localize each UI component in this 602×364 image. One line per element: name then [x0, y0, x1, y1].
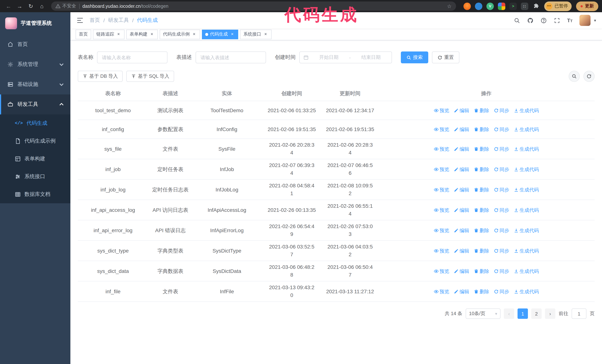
sync-link[interactable]: 同步 — [494, 125, 509, 133]
prev-page-button[interactable]: ‹ — [504, 308, 514, 319]
preview-link[interactable]: 预览 — [434, 288, 449, 295]
sidebar-item-dev-tools[interactable]: 研发工具 — [0, 94, 70, 114]
page-size-select[interactable]: 10条/页 ▾ — [466, 308, 501, 319]
import-db-button[interactable]: 基于 DB 导入 — [78, 71, 123, 82]
preview-link[interactable]: 预览 — [434, 125, 449, 133]
sync-link[interactable]: 同步 — [494, 145, 509, 153]
update-button[interactable]: 更新 — [576, 1, 598, 11]
address-bar[interactable]: 不安全 dashboard.yudao.iocoder.cn/tool/code… — [51, 1, 456, 11]
edit-link[interactable]: 编辑 — [454, 227, 469, 234]
close-icon[interactable]: × — [263, 32, 268, 37]
delete-link[interactable]: 删除 — [474, 206, 489, 214]
edit-link[interactable]: 编辑 — [454, 186, 469, 194]
breadcrumb-dev-tools[interactable]: 研发工具 — [108, 17, 129, 24]
caret-down-icon[interactable]: ▾ — [594, 18, 596, 23]
tab-code-generation[interactable]: 代码生成 × — [202, 30, 238, 39]
sync-link[interactable]: 同步 — [494, 165, 509, 173]
home-button[interactable]: ⌂ — [37, 1, 47, 11]
preview-link[interactable]: 预览 — [434, 227, 449, 234]
tab-home[interactable]: 首页 — [75, 30, 91, 39]
edit-link[interactable]: 编辑 — [454, 106, 469, 114]
delete-link[interactable]: 删除 — [474, 106, 489, 114]
sync-link[interactable]: 同步 — [494, 186, 509, 194]
preview-link[interactable]: 预览 — [434, 165, 449, 173]
close-icon[interactable]: × — [116, 32, 121, 37]
sidebar-item-form-builder[interactable]: 表单构建 — [0, 150, 70, 168]
generate-code-link[interactable]: 生成代码 — [514, 186, 539, 194]
sync-link[interactable]: 同步 — [494, 247, 509, 255]
generate-code-link[interactable]: 生成代码 — [514, 227, 539, 234]
reset-button[interactable]: 重置 — [432, 52, 459, 63]
app-logo[interactable]: 芋道管理系统 — [0, 12, 70, 34]
tab-system-interface[interactable]: 系统接口 × — [240, 30, 271, 39]
profile-chip[interactable]: 已暂停 — [544, 1, 572, 11]
edit-link[interactable]: 编辑 — [454, 206, 469, 214]
preview-link[interactable]: 预览 — [434, 267, 449, 275]
generate-code-link[interactable]: 生成代码 — [514, 145, 539, 153]
delete-link[interactable]: 删除 — [474, 145, 489, 153]
sidebar-item-code-generation[interactable]: </> 代码生成 — [0, 114, 70, 132]
extension-fox-icon[interactable] — [463, 2, 471, 10]
fullscreen-icon[interactable] — [554, 17, 560, 23]
delete-link[interactable]: 删除 — [474, 288, 489, 295]
tab-form-builder[interactable]: 表单构建 × — [126, 30, 158, 39]
generate-code-link[interactable]: 生成代码 — [514, 106, 539, 114]
generate-code-link[interactable]: 生成代码 — [514, 267, 539, 275]
delete-link[interactable]: 删除 — [474, 267, 489, 275]
sidebar-item-database-docs[interactable]: 数据库文档 — [0, 186, 70, 203]
forward-button[interactable]: → — [15, 1, 24, 11]
sidebar-item-home[interactable]: 首页 — [0, 34, 70, 54]
preview-link[interactable]: 预览 — [434, 206, 449, 214]
delete-link[interactable]: 删除 — [474, 125, 489, 133]
extension-terminal-icon[interactable]: > — [509, 2, 517, 10]
breadcrumb-home[interactable]: 首页 — [90, 17, 100, 24]
delete-link[interactable]: 删除 — [474, 186, 489, 194]
edit-link[interactable]: 编辑 — [454, 267, 469, 275]
bookmark-star-icon[interactable]: ☆ — [447, 3, 452, 9]
page-button-1[interactable]: 1 — [517, 308, 528, 319]
table-name-input[interactable] — [97, 52, 167, 63]
generate-code-link[interactable]: 生成代码 — [514, 247, 539, 255]
tab-codegen-example[interactable]: 代码生成示例 × — [160, 30, 200, 39]
tab-trace[interactable]: 链路追踪 × — [93, 30, 124, 39]
goto-page-input[interactable] — [572, 308, 586, 319]
toggle-search-button[interactable] — [569, 71, 580, 82]
extension-grid-icon[interactable] — [498, 2, 505, 10]
page-button-2[interactable]: 2 — [531, 308, 542, 319]
edit-link[interactable]: 编辑 — [454, 288, 469, 295]
sync-link[interactable]: 同步 — [494, 288, 509, 295]
preview-link[interactable]: 预览 — [434, 145, 449, 153]
sync-link[interactable]: 同步 — [494, 227, 509, 234]
preview-link[interactable]: 预览 — [434, 106, 449, 114]
edit-link[interactable]: 编辑 — [454, 145, 469, 153]
font-size-icon[interactable]: TT — [567, 17, 572, 23]
close-icon[interactable]: × — [230, 32, 235, 37]
delete-link[interactable]: 删除 — [474, 227, 489, 234]
extensions-puzzle-icon[interactable] — [532, 2, 540, 10]
edit-link[interactable]: 编辑 — [454, 165, 469, 173]
import-sql-button[interactable]: 基于 SQL 导入 — [127, 71, 174, 82]
delete-link[interactable]: 删除 — [474, 247, 489, 255]
back-button[interactable]: ← — [4, 1, 13, 11]
sync-link[interactable]: 同步 — [494, 267, 509, 275]
user-avatar[interactable] — [580, 15, 591, 26]
date-range-picker[interactable]: 开始日期 - 结束日期 — [299, 52, 392, 63]
extension-dark-icon[interactable]: :: — [521, 2, 528, 10]
sidebar-item-infrastructure[interactable]: 基础设施 — [0, 74, 70, 94]
generate-code-link[interactable]: 生成代码 — [514, 288, 539, 295]
close-icon[interactable]: × — [192, 32, 197, 37]
generate-code-link[interactable]: 生成代码 — [514, 125, 539, 133]
github-icon[interactable] — [527, 17, 533, 23]
table-desc-input[interactable] — [196, 52, 266, 63]
search-icon[interactable] — [514, 17, 520, 23]
search-button[interactable]: 搜索 — [401, 52, 428, 63]
sidebar-item-system-interface[interactable]: 系统接口 — [0, 168, 70, 186]
refresh-table-button[interactable] — [583, 71, 595, 82]
edit-link[interactable]: 编辑 — [454, 125, 469, 133]
preview-link[interactable]: 预览 — [434, 247, 449, 255]
close-icon[interactable]: × — [149, 32, 154, 37]
extension-vue-devtools-icon[interactable]: V — [486, 2, 494, 10]
sync-link[interactable]: 同步 — [494, 106, 509, 114]
generate-code-link[interactable]: 生成代码 — [514, 165, 539, 173]
not-secure-warning[interactable]: 不安全 — [55, 3, 76, 9]
